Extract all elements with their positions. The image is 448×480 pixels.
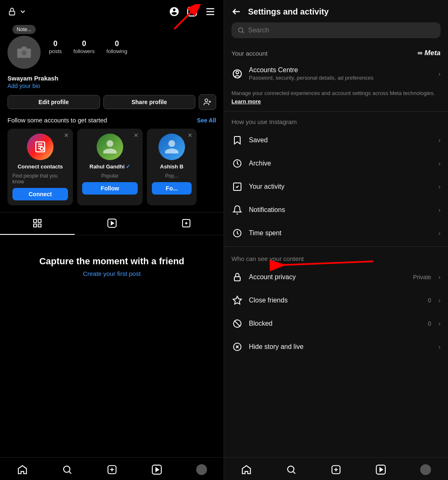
svg-marker-16 [156,468,159,472]
accounts-centre-icon [231,68,243,80]
hide-story-item[interactable]: Hide story and live › [224,335,448,358]
meta-logo: ∞ Meta [417,49,441,57]
close-ashish-button[interactable]: ✕ [187,132,192,139]
follow-ashish-button[interactable]: Fo... [152,182,192,195]
tab-reels[interactable] [75,212,149,235]
saved-item[interactable]: Saved › [224,129,448,152]
menu-icon [205,6,216,17]
saved-icon [231,134,243,146]
hide-story-text: Hide story and live [249,343,433,351]
menu-button[interactable] [205,6,216,17]
clock-icon [232,228,242,238]
privacy-icon [231,271,243,283]
rahul-name: Rahul Gandhi ✓ [90,163,131,170]
note-bubble[interactable]: Note... [12,25,35,34]
right-reels-icon [375,464,386,475]
share-profile-button[interactable]: Share profile [103,95,196,109]
activity-chevron: › [438,183,441,190]
following-stat[interactable]: 0 following [106,39,127,54]
connect-button[interactable]: Connect [12,188,68,200]
person-add-icon [203,98,212,106]
search-bar[interactable] [231,22,441,38]
edit-profile-button[interactable]: Edit profile [7,95,100,109]
right-topbar: Settings and activity [224,0,448,22]
connect-name: Connect contacts [17,163,63,170]
your-activity-item[interactable]: Your activity › [224,175,448,198]
close-connect-button[interactable]: ✕ [64,132,69,139]
star-icon [232,295,242,305]
close-friends-item[interactable]: Close friends 0 › [224,289,448,312]
blocked-chevron: › [438,320,441,327]
hide-icon [232,342,242,352]
suggestion-card-rahul: ✕ Rahul Gandhi ✓ Popular Follow [77,129,143,205]
divider-1 [224,246,448,247]
archive-icon [231,158,243,169]
right-nav-search[interactable] [281,463,302,477]
threads-button[interactable] [169,6,180,17]
new-post-button[interactable] [186,6,198,17]
right-nav-home[interactable] [236,463,257,477]
right-nav-add[interactable] [326,463,346,477]
tab-grid[interactable] [0,212,75,235]
notifications-text: Notifications [249,206,433,214]
archive-item[interactable]: Archive › [224,152,448,175]
ashish-avatar [158,134,185,160]
account-section-header: Your account ∞ Meta [224,45,448,61]
action-buttons: Edit profile Share profile [0,94,224,117]
account-privacy-item[interactable]: Account privacy Private › [224,266,448,289]
nav-search[interactable] [57,463,78,477]
blocked-item[interactable]: Blocked 0 › [224,312,448,335]
right-nav-profile[interactable] [415,463,436,477]
profile-section: Note... 0 posts 0 followers [0,22,224,75]
learn-more-link[interactable]: Learn more [231,98,261,105]
privacy-text: Account privacy [249,273,407,281]
nav-profile[interactable] [191,463,212,477]
time-spent-item[interactable]: Time spent › [224,222,448,245]
suggestions-row: ✕ Connect contacts Find people that you … [0,129,224,212]
left-topbar [0,0,224,22]
svg-marker-25 [233,296,241,304]
add-person-button[interactable] [199,94,216,110]
nav-add[interactable] [102,463,122,477]
close-friends-text: Close friends [249,297,422,304]
close-rahul-button[interactable]: ✕ [134,132,139,139]
see-all-button[interactable]: See All [197,117,216,124]
accounts-centre-text: Accounts Centre Password, security, pers… [249,66,433,81]
hide-story-chevron: › [438,344,441,350]
svg-rect-8 [34,224,37,227]
tab-tagged[interactable] [149,212,224,235]
ashish-name: Ashish B [160,163,183,170]
rahul-sub: Popular [101,173,118,179]
person-icon [102,139,118,155]
nav-reels-bottom[interactable] [146,463,167,477]
reels-icon [107,218,117,228]
accounts-centre-item[interactable]: Accounts Centre Password, security, pers… [224,61,448,87]
lock-dropdown[interactable] [7,7,27,16]
follow-rahul-button[interactable]: Follow [82,182,138,195]
rahul-avatar [97,134,123,160]
close-friends-icon [231,295,243,306]
verified-badge: ✓ [126,163,130,170]
back-button[interactable] [231,7,241,17]
notifications-item[interactable]: Notifications › [224,198,448,222]
nav-home[interactable] [12,463,33,477]
archive-text: Archive [249,160,433,167]
bell-icon [232,205,242,215]
add-bio-link[interactable]: Add your bio [7,83,216,89]
followers-stat[interactable]: 0 followers [73,39,95,54]
who-can-see-section: Who can see your content [224,249,448,266]
notifications-chevron: › [438,207,441,213]
svg-rect-24 [234,277,240,281]
back-icon [231,7,241,17]
blocked-icon [231,318,243,329]
avatar[interactable] [7,36,41,69]
lock-icon [7,7,17,16]
camera-icon [17,45,32,60]
settings-title: Settings and activity [248,7,329,17]
activity-icon [232,182,242,192]
right-nav-reels[interactable] [370,463,391,477]
create-first-post-link[interactable]: Create your first post [83,270,141,277]
svg-rect-9 [38,224,41,227]
suggestion-card-connect: ✕ Connect contacts Find people that you … [7,129,73,205]
search-input[interactable] [248,27,435,34]
